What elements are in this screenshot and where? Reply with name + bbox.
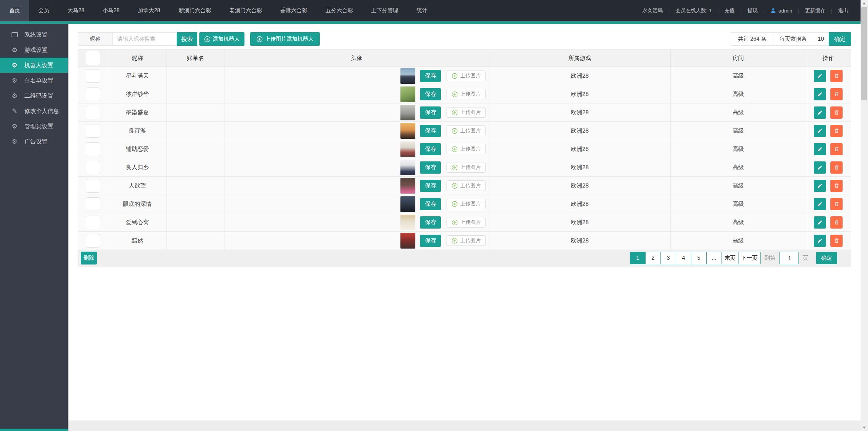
per-page-input[interactable] — [813, 36, 829, 42]
edit-button[interactable] — [814, 198, 826, 210]
select-all-checkbox[interactable] — [86, 51, 100, 65]
save-button[interactable]: 保存 — [420, 143, 441, 155]
page-button-4[interactable]: 4 — [676, 252, 691, 264]
delete-button[interactable] — [830, 216, 843, 229]
robot-account — [167, 122, 224, 140]
edit-button[interactable] — [814, 161, 826, 174]
edit-button[interactable] — [814, 235, 826, 247]
scroll-up-arrow[interactable] — [861, 0, 868, 7]
sidebar-item-whitelist-settings[interactable]: ⚙ 白名单设置 — [0, 73, 68, 88]
admin-user-menu[interactable]: admin — [770, 8, 792, 14]
delete-button[interactable] — [830, 198, 843, 210]
nav-tab-lao-aomen-lottery[interactable]: 老澳门六合彩 — [220, 0, 271, 21]
upload-image-button[interactable]: 上传图片 — [447, 89, 486, 99]
save-button[interactable]: 保存 — [420, 106, 441, 119]
nav-tab-member[interactable]: 会员 — [29, 0, 58, 21]
sidebar-item-robot-settings[interactable]: ⚙ 机器人设置 — [0, 58, 68, 73]
search-button[interactable]: 搜索 — [177, 32, 197, 46]
delete-button[interactable] — [830, 143, 843, 155]
page-button-1[interactable]: 1 — [630, 252, 646, 264]
sidebar-menu: 系统设置 ⚙ 游戏设置 ⚙ 机器人设置 ⚙ 白名单设置 ⚙ 二维码设置 ✎ 修改… — [0, 24, 68, 431]
edit-button[interactable] — [814, 216, 826, 229]
nav-tab-xiaoma28[interactable]: 小马28 — [94, 0, 129, 21]
page-ellipsis[interactable]: ... — [706, 252, 722, 264]
nav-tab-score-management[interactable]: 上下分管理 — [362, 0, 407, 21]
edit-button[interactable] — [814, 143, 826, 155]
upload-image-button[interactable]: 上传图片 — [447, 217, 486, 228]
sidebar-item-edit-profile[interactable]: ✎ 修改个人信息 — [0, 103, 68, 119]
edit-button[interactable] — [814, 70, 826, 82]
upload-image-button[interactable]: 上传图片 — [447, 107, 486, 118]
upload-add-robot-button[interactable]: 上传图片添加机器人 — [250, 32, 320, 46]
nickname-search-input[interactable] — [117, 36, 172, 42]
row-checkbox[interactable] — [86, 124, 100, 138]
save-button[interactable]: 保存 — [420, 70, 441, 82]
sidebar-item-qrcode-settings[interactable]: ⚙ 二维码设置 — [0, 88, 68, 103]
nav-tab-xin-aomen-lottery[interactable]: 新澳门六合彩 — [169, 0, 220, 21]
logout-link[interactable]: 退出 — [838, 7, 848, 14]
edit-button[interactable] — [814, 125, 826, 137]
row-checkbox[interactable] — [86, 161, 100, 174]
per-page-confirm-button[interactable]: 确定 — [829, 32, 851, 46]
save-button[interactable]: 保存 — [420, 180, 441, 192]
row-checkbox[interactable] — [86, 142, 100, 156]
save-button[interactable]: 保存 — [420, 216, 441, 229]
row-checkbox[interactable] — [86, 197, 100, 211]
delete-button[interactable] — [830, 235, 843, 247]
add-robot-button[interactable]: 添加机器人 — [199, 32, 244, 46]
upload-image-button[interactable]: 上传图片 — [447, 125, 486, 136]
row-checkbox[interactable] — [86, 216, 100, 229]
goto-page-input[interactable] — [780, 252, 800, 265]
robot-room: 高级 — [671, 122, 806, 140]
sidebar-item-system-settings[interactable]: 系统设置 — [0, 27, 68, 42]
scrollbar-thumb[interactable] — [861, 7, 867, 100]
nav-tab-wufen-lottery[interactable]: 五分六合彩 — [316, 0, 362, 21]
withdraw-link[interactable]: 提现 — [747, 7, 757, 14]
permanent-code-link[interactable]: 永久活码 — [643, 7, 663, 14]
save-button[interactable]: 保存 — [420, 88, 441, 100]
next-page-button[interactable]: 下一页 — [738, 252, 761, 264]
edit-button[interactable] — [814, 180, 826, 192]
nav-tab-jianada28[interactable]: 加拿大28 — [129, 0, 170, 21]
edit-button[interactable] — [814, 106, 826, 119]
row-checkbox[interactable] — [86, 69, 100, 83]
upload-image-button[interactable]: 上传图片 — [447, 144, 486, 154]
delete-button[interactable] — [830, 70, 843, 82]
page-button-2[interactable]: 2 — [645, 252, 661, 264]
delete-button[interactable] — [830, 180, 843, 192]
delete-button[interactable] — [830, 161, 843, 174]
row-checkbox[interactable] — [86, 87, 100, 101]
scroll-down-arrow[interactable] — [861, 424, 868, 431]
nav-tab-home[interactable]: 首页 — [0, 0, 29, 21]
upload-image-button[interactable]: 上传图片 — [447, 235, 486, 246]
save-button[interactable]: 保存 — [420, 198, 441, 210]
delete-button[interactable] — [830, 88, 843, 100]
delete-button[interactable] — [830, 106, 843, 119]
sidebar-item-game-settings[interactable]: ⚙ 游戏设置 — [0, 42, 68, 58]
refresh-cache-link[interactable]: 更新缓存 — [805, 7, 825, 14]
nav-tab-hongkong-lottery[interactable]: 香港六合彩 — [271, 0, 316, 21]
delete-button[interactable] — [830, 125, 843, 137]
save-button[interactable]: 保存 — [420, 235, 441, 247]
save-button[interactable]: 保存 — [420, 125, 441, 137]
upload-image-button[interactable]: 上传图片 — [447, 199, 486, 209]
sidebar-item-admin-settings[interactable]: ⚙ 管理员设置 — [0, 119, 68, 134]
edit-button[interactable] — [814, 88, 826, 100]
page-button-5[interactable]: 5 — [691, 252, 707, 264]
page-button-3[interactable]: 3 — [660, 252, 676, 264]
upload-image-button[interactable]: 上传图片 — [447, 71, 486, 81]
goto-confirm-button[interactable]: 确定 — [816, 252, 837, 264]
row-checkbox[interactable] — [86, 179, 100, 193]
last-page-button[interactable]: 末页 — [722, 252, 738, 264]
nav-tab-dama28[interactable]: 大马28 — [58, 0, 94, 21]
upload-image-button[interactable]: 上传图片 — [447, 180, 486, 191]
nav-tab-statistics[interactable]: 统计 — [407, 0, 436, 21]
save-button[interactable]: 保存 — [420, 161, 441, 174]
vertical-scrollbar[interactable] — [861, 0, 868, 431]
upload-image-button[interactable]: 上传图片 — [447, 162, 486, 173]
batch-delete-button[interactable]: 删除 — [81, 252, 97, 265]
sidebar-item-ad-settings[interactable]: ⚙ 广告设置 — [0, 134, 68, 149]
recharge-link[interactable]: 充值 — [725, 7, 735, 14]
row-checkbox[interactable] — [86, 234, 100, 248]
row-checkbox[interactable] — [86, 106, 100, 119]
